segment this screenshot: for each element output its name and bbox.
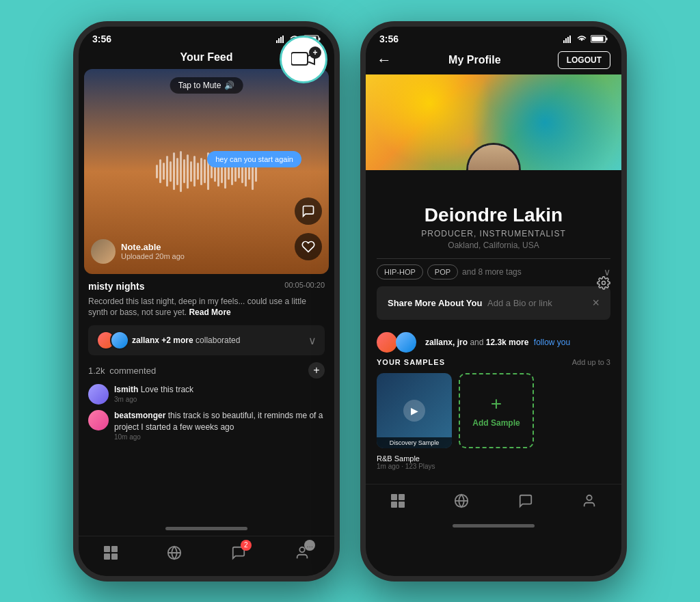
phone-profile: 3:56 bbox=[360, 21, 627, 582]
samples-section: YOUR SAMPLES Add up to 3 ▶ Discovery Sam… bbox=[366, 358, 621, 470]
profile-header: ← My Profile LOGOUT bbox=[366, 48, 621, 74]
status-bar-profile: 3:56 bbox=[366, 27, 621, 48]
sample-meta: 1m ago · 123 Plays bbox=[377, 463, 452, 470]
grid-icon bbox=[101, 543, 120, 562]
tags-more: and 8 more tags bbox=[462, 267, 522, 277]
bio-close-button[interactable]: × bbox=[592, 296, 600, 310]
samples-grid: ▶ Discovery Sample R&B Sample 1m ago · 1… bbox=[377, 373, 610, 470]
collab-avatar-2 bbox=[110, 331, 129, 350]
phone-feed: 3:56 bbox=[73, 21, 340, 582]
profile-nav-grid[interactable] bbox=[388, 491, 407, 510]
follow-link[interactable]: follow you bbox=[534, 338, 570, 347]
speaker-icon: 🔊 bbox=[224, 81, 234, 90]
samples-add-limit: Add up to 3 bbox=[572, 358, 610, 366]
svg-rect-27 bbox=[399, 502, 405, 508]
nav-chat[interactable]: 2 bbox=[229, 543, 248, 562]
collab-expand-icon[interactable]: ∨ bbox=[308, 334, 317, 347]
bio-prompt-card[interactable]: Share More About You Add a Bio or link × bbox=[377, 286, 610, 320]
status-icons-profile bbox=[563, 35, 608, 43]
comment-item-1: lsmith Love this track 3m ago bbox=[88, 384, 325, 405]
chat-badge: 2 bbox=[241, 540, 252, 551]
nav-grid[interactable] bbox=[101, 543, 120, 562]
svg-point-30 bbox=[587, 495, 592, 500]
video-actions bbox=[295, 197, 322, 260]
logout-button[interactable]: LOGOUT bbox=[558, 51, 610, 69]
svg-rect-25 bbox=[399, 494, 405, 500]
svg-rect-18 bbox=[567, 37, 569, 43]
settings-button[interactable] bbox=[597, 276, 610, 293]
svg-rect-17 bbox=[565, 38, 567, 43]
divider-1 bbox=[377, 258, 610, 259]
profile-info: Deiondre Lakin PRODUCER, INSTRUMENTALIST… bbox=[366, 204, 621, 250]
svg-rect-9 bbox=[104, 546, 110, 552]
sample-wrapper-1: ▶ Discovery Sample R&B Sample 1m ago · 1… bbox=[377, 373, 452, 470]
heart-icon bbox=[301, 240, 315, 254]
mute-button[interactable]: Tap to Mute 🔊 bbox=[170, 77, 243, 94]
svg-rect-5 bbox=[319, 38, 321, 40]
collaborators-row[interactable]: zallanx +2 more collaborated ∨ bbox=[88, 325, 325, 355]
sample-play-button[interactable]: ▶ bbox=[403, 400, 425, 422]
svg-rect-22 bbox=[592, 36, 604, 41]
add-comment-button[interactable]: + bbox=[308, 362, 325, 379]
read-more-link[interactable]: Read More bbox=[189, 307, 230, 317]
add-sample-button[interactable]: + Add Sample bbox=[459, 373, 534, 448]
feed-video-card[interactable]: Tap to Mute 🔊 bbox=[84, 69, 329, 274]
profile-chat-icon bbox=[516, 491, 535, 510]
profile-nav-chat[interactable] bbox=[516, 491, 535, 510]
svg-rect-19 bbox=[569, 36, 571, 43]
feed-header: Your Feed + bbox=[79, 48, 334, 69]
comment-text-2: beatsmonger this track is so beautiful, … bbox=[114, 410, 325, 433]
profile-bottom-nav bbox=[366, 484, 621, 524]
bio-label: Share More About You bbox=[388, 298, 482, 308]
nav-user[interactable]: … bbox=[293, 543, 312, 562]
commenter-avatar-1 bbox=[88, 384, 109, 405]
comment-action-button[interactable] bbox=[295, 197, 322, 225]
profile-nav-globe[interactable] bbox=[452, 491, 471, 510]
add-sample-label: Add Sample bbox=[472, 418, 520, 428]
wifi-icon-p bbox=[576, 35, 587, 43]
svg-rect-3 bbox=[282, 36, 284, 43]
comments-count: 1.2k commented bbox=[88, 366, 156, 376]
tag-pop[interactable]: POP bbox=[427, 264, 458, 279]
bio-prompt-text: Share More About You Add a Bio or link bbox=[388, 298, 552, 308]
svg-rect-11 bbox=[104, 553, 110, 560]
like-action-button[interactable] bbox=[295, 233, 322, 260]
profile-nav-user[interactable] bbox=[580, 491, 599, 510]
svg-rect-21 bbox=[606, 38, 608, 40]
svg-rect-0 bbox=[276, 40, 278, 43]
svg-rect-10 bbox=[111, 546, 118, 552]
mute-label: Tap to Mute bbox=[178, 81, 221, 90]
profile-header-title: My Profile bbox=[448, 54, 500, 66]
home-indicator bbox=[165, 527, 247, 530]
sample-card-1[interactable]: ▶ Discovery Sample bbox=[377, 373, 452, 448]
svg-rect-1 bbox=[278, 38, 280, 43]
comment-text-1: lsmith Love this track bbox=[114, 384, 325, 396]
sample-label: Discovery Sample bbox=[377, 437, 452, 448]
comment-icon bbox=[301, 204, 315, 218]
nav-globe[interactable] bbox=[165, 543, 184, 562]
profile-user-icon bbox=[580, 491, 599, 510]
profile-banner bbox=[366, 74, 621, 170]
commenter-avatar-2 bbox=[88, 410, 109, 430]
profile-tags: HIP-HOP POP and 8 more tags ∨ bbox=[366, 264, 621, 279]
add-sample-plus-icon: + bbox=[491, 393, 502, 415]
collab-text: zallanx +2 more collaborated bbox=[132, 336, 240, 345]
profile-role: PRODUCER, INSTRUMENTALIST bbox=[377, 229, 610, 238]
tag-hip-hop[interactable]: HIP-HOP bbox=[377, 264, 423, 279]
profile-globe-icon bbox=[452, 491, 471, 510]
comment-item-2: beatsmonger this track is so beautiful, … bbox=[88, 410, 325, 441]
profile-avatar-container bbox=[466, 143, 521, 170]
feed-title: Your Feed bbox=[180, 51, 232, 64]
back-button[interactable]: ← bbox=[377, 51, 392, 69]
bio-action-text: Add a Bio or link bbox=[487, 298, 552, 308]
svg-point-23 bbox=[602, 281, 606, 284]
svg-rect-2 bbox=[280, 37, 282, 43]
home-indicator-profile bbox=[453, 524, 535, 528]
uploader-avatar bbox=[91, 239, 116, 264]
user-badge: … bbox=[304, 540, 315, 551]
chat-message: hey can you start again bbox=[207, 151, 301, 167]
create-post-button[interactable]: + bbox=[280, 36, 327, 83]
signal-icon-p bbox=[563, 35, 573, 43]
time-profile: 3:56 bbox=[379, 33, 399, 44]
gear-icon bbox=[597, 276, 610, 290]
